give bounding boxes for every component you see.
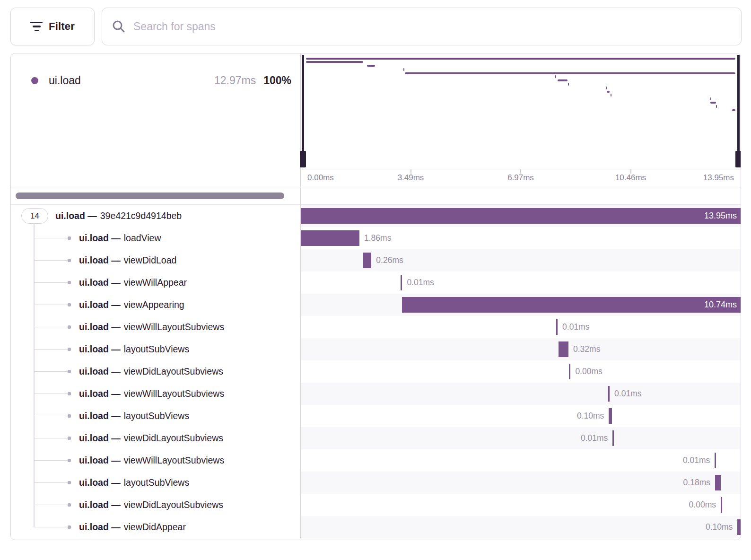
span-bar[interactable] <box>556 319 558 335</box>
span-bar-cell[interactable]: 0.32ms <box>301 338 741 360</box>
span-tree-cell[interactable]: ui.load —viewWillLayoutSubviews <box>11 316 301 338</box>
span-bar-cell[interactable]: 0.01ms <box>301 271 741 294</box>
span-row[interactable]: ui.load —viewAppearing10.74ms <box>11 294 741 316</box>
span-bar[interactable] <box>401 275 402 290</box>
span-tree-label: ui.load —viewWillLayoutSubviews <box>79 449 224 472</box>
span-bar[interactable] <box>715 453 716 468</box>
span-row[interactable]: ui.load —viewDidLayoutSubviews0.01ms <box>11 427 741 449</box>
span-op: ui.load — <box>79 366 121 377</box>
span-row[interactable]: ui.load —viewWillAppear0.01ms <box>11 271 741 294</box>
span-tree-cell[interactable]: ui.load —viewDidLayoutSubviews <box>11 494 301 516</box>
span-row[interactable]: ui.load —viewWillLayoutSubviews0.01ms <box>11 316 741 338</box>
tree-connector-dot <box>68 348 71 351</box>
tree-connector-line <box>34 527 69 528</box>
span-tree-cell[interactable]: ui.load —viewDidLayoutSubviews <box>11 427 301 449</box>
span-bar-cell[interactable]: 0.10ms <box>301 405 741 427</box>
span-duration-label: 0.00ms <box>689 494 716 516</box>
span-row[interactable]: ui.load —loadView1.86ms <box>11 227 741 249</box>
minimap-span-bar <box>306 58 735 60</box>
span-bar-cell[interactable]: 0.26ms <box>301 249 741 271</box>
span-description: viewWillLayoutSubviews <box>124 388 224 399</box>
span-bar[interactable] <box>608 386 610 402</box>
child-count-badge[interactable]: 14 <box>21 208 48 224</box>
span-row[interactable]: ui.load —viewDidLayoutSubviews0.00ms <box>11 494 741 516</box>
span-bar-cell[interactable]: 0.10ms <box>301 516 741 538</box>
filter-button[interactable]: Filter <box>10 8 95 45</box>
span-bar[interactable] <box>715 475 721 490</box>
horizontal-scrollbar[interactable] <box>16 192 284 199</box>
span-bar[interactable] <box>737 519 741 535</box>
span-tree-cell[interactable]: ui.load —layoutSubViews <box>11 472 301 494</box>
tree-connector-line <box>34 349 69 350</box>
span-tree-cell[interactable]: ui.load —viewDidAppear <box>11 516 301 538</box>
span-tree-cell[interactable]: ui.load —viewDidLoad <box>11 249 301 271</box>
span-duration-label: 0.26ms <box>376 249 403 271</box>
minimap-handle-right[interactable] <box>737 55 740 167</box>
span-bar[interactable]: 10.74ms <box>402 297 741 313</box>
span-op: ui.load — <box>79 255 121 266</box>
span-row[interactable]: ui.load —layoutSubViews0.10ms <box>11 405 741 427</box>
span-tree-cell[interactable]: ui.load —viewWillLayoutSubviews <box>11 449 301 472</box>
span-tree-label: ui.load —viewAppearing <box>79 294 184 316</box>
span-bar-cell[interactable]: 0.01ms <box>301 316 741 338</box>
span-tree-label: ui.load —layoutSubViews <box>79 405 189 427</box>
tree-connector-line <box>34 282 69 283</box>
minimap-handle-left[interactable] <box>302 55 304 167</box>
span-duration-label: 0.10ms <box>577 405 604 427</box>
minimap-grip-left[interactable] <box>300 151 306 167</box>
span-row[interactable]: ui.load —viewWillLayoutSubviews0.01ms <box>11 449 741 472</box>
minimap-span-row <box>306 68 735 71</box>
span-bar-cell[interactable]: 10.74ms <box>301 294 741 316</box>
span-tree-cell[interactable]: ui.load —viewWillAppear <box>11 271 301 294</box>
minimap-container: 0.00ms3.49ms6.97ms10.46ms13.95ms <box>301 53 741 187</box>
span-row[interactable]: ui.load —viewDidLayoutSubviews0.00ms <box>11 360 741 383</box>
span-bar[interactable] <box>609 408 612 424</box>
span-bar-cell[interactable]: 0.01ms <box>301 427 741 449</box>
span-bar[interactable] <box>569 364 570 379</box>
span-row[interactable]: 14ui.load —39e421c9d4914beb13.95ms <box>11 205 741 227</box>
span-op: ui.load — <box>79 522 121 533</box>
span-tree-cell[interactable]: ui.load —viewWillLayoutSubviews <box>11 383 301 405</box>
span-tree-cell[interactable]: ui.load —viewAppearing <box>11 294 301 316</box>
minimap-span-row <box>306 97 735 101</box>
span-tree-cell[interactable]: ui.load —layoutSubViews <box>11 338 301 360</box>
span-bar-cell[interactable]: 0.01ms <box>301 383 741 405</box>
span-row[interactable]: ui.load —viewDidAppear0.10ms <box>11 516 741 538</box>
span-bar-cell[interactable]: 0.00ms <box>301 494 741 516</box>
span-tree-label: ui.load —viewDidLayoutSubviews <box>79 360 223 383</box>
span-duration-label: 0.01ms <box>407 271 434 294</box>
span-tree-cell[interactable]: ui.load —layoutSubViews <box>11 405 301 427</box>
span-bar[interactable] <box>363 253 371 268</box>
span-tree-cell[interactable]: ui.load —loadView <box>11 227 301 249</box>
span-row[interactable]: ui.load —viewDidLoad0.26ms <box>11 249 741 271</box>
minimap-span-row <box>306 105 735 108</box>
span-tree-label: ui.load —39e421c9d4914beb <box>55 205 182 227</box>
span-bar-cell[interactable]: 0.18ms <box>301 472 741 494</box>
minimap-grip-right[interactable] <box>735 151 741 167</box>
trace-minimap[interactable] <box>301 53 741 169</box>
span-description: viewDidLayoutSubviews <box>124 366 223 377</box>
span-bar-cell[interactable]: 13.95ms <box>301 205 741 227</box>
span-bar[interactable] <box>559 341 568 357</box>
span-tree-cell[interactable]: 14ui.load —39e421c9d4914beb <box>11 205 301 227</box>
span-bar-cell[interactable]: 1.86ms <box>301 227 741 249</box>
span-bar[interactable]: 13.95ms <box>301 208 741 224</box>
tree-connector-dot <box>68 325 71 329</box>
span-row[interactable]: ui.load —layoutSubViews0.32ms <box>11 338 741 360</box>
span-op: ui.load — <box>79 411 121 421</box>
search-input[interactable] <box>133 20 732 33</box>
span-row[interactable]: ui.load —layoutSubViews0.18ms <box>11 472 741 494</box>
span-bar[interactable] <box>612 430 614 446</box>
span-bar[interactable] <box>301 230 359 246</box>
span-bar[interactable] <box>721 497 722 513</box>
span-bar-cell[interactable]: 0.01ms <box>301 449 741 472</box>
time-axis: 0.00ms3.49ms6.97ms10.46ms13.95ms <box>301 169 741 187</box>
span-bar-cell[interactable]: 0.00ms <box>301 360 741 383</box>
span-row[interactable]: ui.load —viewWillLayoutSubviews0.01ms <box>11 383 741 405</box>
span-tree-cell[interactable]: ui.load —viewDidLayoutSubviews <box>11 360 301 383</box>
span-op: ui.load — <box>79 344 121 355</box>
minimap-span-bar <box>710 97 711 100</box>
tree-connector-dot <box>68 236 71 240</box>
ops-legend-row[interactable]: ui.load 12.97ms 100% <box>11 73 300 88</box>
span-description: 39e421c9d4914beb <box>100 210 182 221</box>
